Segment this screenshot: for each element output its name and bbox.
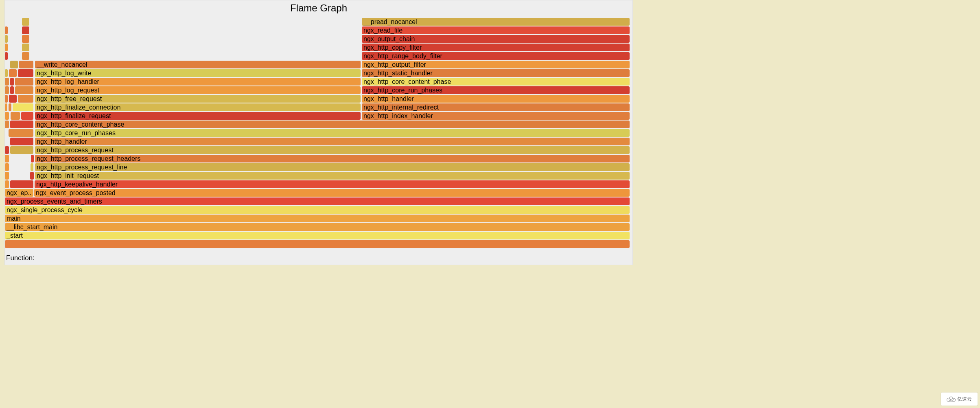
flame-frame[interactable] [5, 69, 8, 77]
flame-frame[interactable]: ngx_single_process_cycle [5, 206, 630, 214]
flame-frame[interactable] [5, 240, 630, 248]
flame-frame[interactable]: ngx_http_keepalive_handler [35, 180, 630, 188]
flame-frame[interactable] [13, 103, 33, 111]
flame-frame[interactable] [9, 103, 11, 111]
flame-frame[interactable]: _start [5, 232, 630, 239]
flame-frame[interactable] [5, 155, 9, 162]
watermark-badge: 亿速云 [941, 393, 978, 406]
flame-frame[interactable] [21, 112, 33, 120]
flame-frame[interactable]: ngx_http_free_request [35, 95, 361, 103]
flame-frame[interactable] [5, 95, 8, 103]
flame-frame[interactable] [5, 86, 9, 94]
cloud-icon [947, 396, 956, 402]
flame-frame[interactable]: ngx_output_chain [362, 35, 630, 43]
flame-frame[interactable]: __write_nocancel [35, 61, 361, 68]
flame-frame[interactable]: ngx_http_internal_redirect [362, 103, 630, 111]
flame-frame[interactable] [18, 69, 33, 77]
flame-frame[interactable] [18, 95, 33, 103]
flame-frame[interactable] [9, 95, 17, 103]
flame-frame[interactable]: ngx_http_output_filter [362, 61, 630, 68]
flame-frame[interactable]: ngx_http_init_request [35, 172, 630, 180]
flame-frame[interactable]: ngx_http_handler [35, 138, 630, 145]
flame-frame[interactable]: ngx_http_core_content_phase [362, 78, 630, 86]
flamegraph-viewport: Flame Graph _start__libc_start_mainmainn… [4, 0, 633, 265]
flame-frame[interactable] [22, 26, 29, 34]
flame-frame[interactable] [5, 180, 9, 188]
flame-frame[interactable] [5, 26, 8, 34]
flame-frame[interactable] [10, 86, 14, 94]
flame-frame[interactable]: ngx_ep.. [5, 189, 33, 197]
flame-frame[interactable] [9, 69, 17, 77]
function-label: Function: [6, 254, 35, 262]
watermark-text: 亿速云 [957, 396, 972, 403]
flame-frame[interactable] [22, 52, 29, 60]
flame-frame[interactable] [15, 86, 33, 94]
flame-frame[interactable] [10, 121, 33, 128]
flame-frame[interactable] [5, 163, 9, 171]
flame-frame[interactable]: ngx_http_process_request_line [35, 163, 630, 171]
flame-frame[interactable]: ngx_http_log_handler [35, 78, 361, 86]
flame-frame[interactable] [10, 180, 33, 188]
flame-frame[interactable]: ngx_http_range_body_filter [362, 52, 630, 60]
flame-frame[interactable] [19, 61, 33, 68]
flame-frame[interactable] [30, 172, 34, 180]
flame-frame[interactable] [5, 52, 8, 60]
flame-frame[interactable] [5, 121, 9, 128]
flame-frame[interactable] [22, 18, 29, 26]
flame-frame[interactable] [5, 44, 8, 51]
flame-frame[interactable] [5, 78, 9, 86]
flame-frame[interactable]: ngx_http_handler [362, 95, 630, 103]
flame-frame[interactable] [10, 78, 14, 86]
flame-frame[interactable]: main [5, 215, 630, 222]
flame-frame[interactable]: ngx_process_events_and_timers [5, 197, 630, 205]
flame-frame[interactable] [5, 112, 9, 120]
flame-frame[interactable]: ngx_http_core_run_phases [35, 129, 630, 137]
flame-frame[interactable] [5, 172, 9, 180]
flame-frame[interactable] [9, 129, 33, 137]
flame-frame[interactable]: __pread_nocancel [362, 18, 630, 26]
flame-frame[interactable] [5, 35, 8, 43]
flame-frame[interactable] [22, 35, 29, 43]
flame-frame[interactable]: ngx_http_static_handler [362, 69, 630, 77]
flame-frame[interactable] [15, 78, 33, 86]
flame-frame[interactable]: ngx_http_process_request [35, 146, 630, 154]
flame-frame[interactable]: ngx_http_core_run_phases [362, 86, 630, 94]
flame-frame[interactable]: __libc_start_main [5, 223, 630, 231]
flame-frame[interactable]: ngx_http_process_request_headers [35, 155, 630, 162]
flame-frame[interactable] [22, 44, 29, 51]
flame-frame[interactable]: ngx_http_finalize_connection [35, 103, 361, 111]
flame-frame[interactable] [10, 146, 33, 154]
flame-frame[interactable]: ngx_http_core_content_phase [35, 121, 630, 128]
flame-frame[interactable]: ngx_read_file [362, 26, 630, 34]
flame-frame[interactable] [11, 112, 20, 120]
flame-frame[interactable] [31, 155, 34, 162]
flame-frame[interactable]: ngx_http_finalize_request [35, 112, 361, 120]
flame-frame[interactable]: ngx_http_index_handler [362, 112, 630, 120]
flame-frame[interactable]: ngx_http_log_request [35, 86, 361, 94]
flame-frame[interactable] [31, 163, 33, 171]
flame-frame[interactable]: ngx_http_copy_filter [362, 44, 630, 51]
flame-frame[interactable] [10, 61, 18, 68]
chart-title: Flame Graph [5, 2, 632, 14]
flame-frame[interactable]: ngx_http_log_write [35, 69, 361, 77]
flame-frame[interactable] [5, 146, 9, 154]
flame-frame[interactable] [5, 103, 7, 111]
flame-frame[interactable] [10, 138, 33, 145]
flame-frame[interactable]: ngx_event_process_posted [34, 189, 630, 197]
